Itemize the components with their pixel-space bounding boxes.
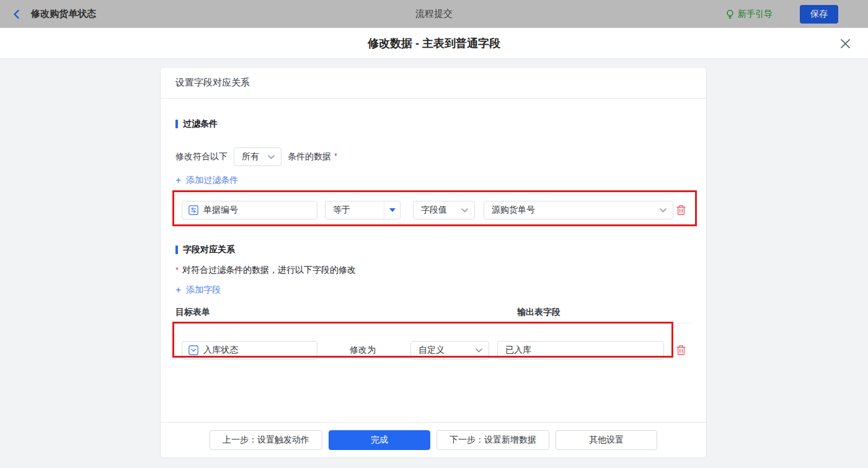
- value-type-value: 字段值: [421, 205, 447, 216]
- filter-value: 源购货单号: [492, 205, 535, 216]
- modal-content: 设置字段对应关系 过滤条件 修改符合以下 所有 条件的数据 * + 添加过滤条件: [0, 59, 868, 468]
- mapping-description-text: 对符合过滤条件的数据，进行以下字段的修改: [182, 265, 356, 276]
- modify-type-value: 自定义: [418, 345, 445, 356]
- add-field-link[interactable]: + 添加字段: [175, 285, 221, 296]
- lightbulb-icon: [725, 9, 735, 19]
- filter-field-value: 单据编号: [203, 205, 238, 216]
- target-field-value: 入库状态: [203, 345, 238, 356]
- chevron-down-icon: [461, 208, 468, 213]
- match-mode-select[interactable]: 所有: [234, 148, 281, 166]
- panel-footer: 上一步：设置触发动作 完成 下一步：设置新增数据 其他设置: [161, 422, 706, 457]
- save-button[interactable]: 保存: [800, 5, 838, 24]
- trash-icon: [676, 205, 686, 216]
- dropdown-field-icon: [188, 345, 198, 355]
- mapping-column-headers: 目标表单 输出表字段: [175, 307, 691, 317]
- match-mode-value: 所有: [242, 151, 259, 162]
- section-marker: [175, 245, 178, 254]
- beginner-guide-link[interactable]: 新手引导: [725, 9, 773, 20]
- chevron-down-icon: [660, 208, 666, 213]
- value-type-select[interactable]: 字段值: [413, 201, 475, 219]
- match-prefix-label: 修改符合以下: [175, 151, 228, 162]
- operator-select[interactable]: 等于: [325, 201, 401, 219]
- target-field-input[interactable]: 入库状态: [182, 341, 317, 360]
- close-button[interactable]: [838, 36, 852, 51]
- plus-icon: +: [175, 176, 181, 185]
- condition-row: 修改符合以下 所有 条件的数据 *: [175, 148, 691, 166]
- done-button[interactable]: 完成: [329, 430, 430, 450]
- filter-field-input[interactable]: 单据编号: [182, 201, 317, 219]
- match-suffix-label: 条件的数据: [288, 151, 331, 162]
- trash-icon: [676, 345, 686, 356]
- delete-filter-row-button[interactable]: [676, 205, 686, 216]
- mapping-row: 入库状态 修改为 自定义 已入库: [175, 341, 691, 360]
- chevron-left-icon: [11, 9, 22, 20]
- target-form-header: 目标表单: [175, 307, 210, 317]
- guide-label: 新手引导: [738, 9, 773, 20]
- mapping-section-title: 字段对应关系: [175, 244, 691, 255]
- required-mark: *: [334, 151, 337, 161]
- close-icon: [840, 38, 851, 49]
- mapping-description: * 对符合过滤条件的数据，进行以下字段的修改: [175, 265, 691, 276]
- filter-row: 单据编号 等于 字段值 源购货单号: [175, 201, 691, 219]
- delete-mapping-row-button[interactable]: [676, 345, 686, 356]
- mapping-panel: 设置字段对应关系 过滤条件 修改符合以下 所有 条件的数据 * + 添加过滤条件: [160, 67, 707, 458]
- add-filter-condition-label: 添加过滤条件: [186, 175, 238, 186]
- divider: [175, 323, 691, 324]
- filter-section-label: 过滤条件: [183, 118, 218, 130]
- next-step-button[interactable]: 下一步：设置新增数据: [436, 430, 549, 450]
- section-marker: [175, 120, 178, 128]
- panel-title: 设置字段对应关系: [161, 68, 706, 99]
- prev-step-button[interactable]: 上一步：设置触发动作: [210, 430, 322, 450]
- operator-caret-zone[interactable]: [384, 201, 400, 219]
- modify-to-label: 修改为: [350, 345, 376, 356]
- add-field-label: 添加字段: [186, 285, 221, 296]
- custom-value-input[interactable]: 已入库: [497, 341, 664, 360]
- serial-number-field-icon: [188, 205, 198, 215]
- mapping-section-label: 字段对应关系: [183, 244, 235, 255]
- filter-value-select[interactable]: 源购货单号: [484, 201, 673, 219]
- add-filter-condition-link[interactable]: + 添加过滤条件: [175, 175, 238, 186]
- required-mark: *: [175, 265, 179, 275]
- filter-section-title: 过滤条件: [175, 118, 691, 130]
- chevron-down-icon: [476, 348, 482, 353]
- chevron-down-icon: [268, 155, 275, 159]
- triangle-down-icon: [389, 208, 396, 212]
- operator-value: 等于: [326, 205, 384, 216]
- back-button[interactable]: [11, 9, 22, 20]
- top-bar: 修改购货单状态 流程提交 新手引导 保存: [0, 0, 868, 28]
- output-field-header: 输出表字段: [517, 307, 560, 318]
- modify-type-select[interactable]: 自定义: [410, 341, 489, 360]
- modal-title: 修改数据 - 主表到普通字段: [368, 36, 500, 51]
- workflow-title: 修改购货单状态: [31, 8, 96, 20]
- other-settings-button[interactable]: 其他设置: [556, 430, 657, 450]
- modal-header: 修改数据 - 主表到普通字段: [0, 28, 868, 59]
- custom-value: 已入库: [505, 345, 531, 356]
- plus-icon: +: [175, 286, 181, 294]
